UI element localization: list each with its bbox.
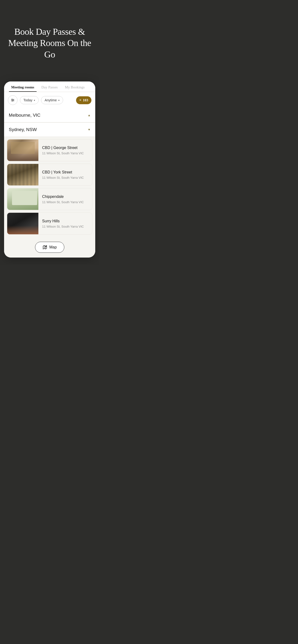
venue-address-york: 11 Wilson St, South Yarra VIC: [42, 176, 89, 180]
venue-image-george: [7, 140, 38, 161]
sliders-icon: [11, 98, 15, 102]
map-button[interactable]: Map: [35, 242, 64, 253]
venue-info-york: CBD | York Street 11 Wilson St, South Ya…: [38, 164, 92, 186]
venue-list: CBD | George Street 11 Wilson St, South …: [4, 137, 95, 237]
venue-name-york: CBD | York Street: [42, 170, 89, 174]
credit-stack-icon: ≡: [79, 98, 81, 102]
filter-row: Today ▾ Anytime ▾ ≡ 103: [4, 92, 95, 108]
credit-badge[interactable]: ≡ 103: [76, 96, 91, 104]
tab-meeting-rooms[interactable]: Meeting rooms: [9, 82, 37, 92]
venue-card-chippendale[interactable]: Chippendale 11 Wilson St, South Yarra VI…: [7, 188, 93, 210]
map-label: Map: [49, 245, 57, 250]
venue-card-surry[interactable]: Surry Hills 11 Wilson St, South Yarra VI…: [7, 212, 93, 234]
map-button-row: Map: [4, 237, 95, 258]
venue-address-surry: 11 Wilson St, South Yarra VIC: [42, 225, 89, 228]
hero-title: Book Day Passes & Meeting Rooms On the G…: [7, 26, 92, 60]
venue-name-chippendale: Chippendale: [42, 194, 89, 199]
venue-info-chippendale: Chippendale 11 Wilson St, South Yarra VI…: [38, 188, 92, 210]
venue-image-chippendale: [7, 188, 38, 210]
venue-info-surry: Surry Hills 11 Wilson St, South Yarra VI…: [38, 213, 92, 234]
date-arrow: ▾: [34, 99, 35, 102]
venue-image-york: [7, 164, 38, 186]
venue-name-george: CBD | George Street: [42, 146, 89, 150]
melbourne-name: Melbourne, VIC: [9, 112, 41, 118]
time-dropdown[interactable]: Anytime ▾: [41, 96, 63, 104]
sydney-section: Sydney, NSW ▼: [4, 122, 95, 137]
venue-image-surry: [7, 213, 38, 234]
map-icon: [43, 245, 47, 250]
filter-button[interactable]: [8, 95, 18, 105]
date-dropdown[interactable]: Today ▾: [20, 96, 39, 104]
melbourne-section: Melbourne, VIC ▲: [4, 108, 95, 122]
melbourne-header[interactable]: Melbourne, VIC ▲: [4, 108, 95, 122]
time-arrow: ▾: [58, 99, 60, 102]
venue-address-george: 11 Wilson St, South Yarra VIC: [42, 152, 89, 155]
tab-day-passes[interactable]: Day Passes: [39, 82, 60, 92]
melbourne-chevron: ▲: [88, 114, 91, 117]
svg-point-5: [12, 100, 13, 102]
venue-card-york[interactable]: CBD | York Street 11 Wilson St, South Ya…: [7, 164, 93, 186]
venue-info-george: CBD | George Street 11 Wilson St, South …: [38, 140, 92, 161]
date-label: Today: [24, 98, 32, 102]
svg-point-4: [13, 100, 14, 100]
venue-card-george[interactable]: CBD | George Street 11 Wilson St, South …: [7, 139, 93, 161]
time-label: Anytime: [45, 98, 57, 102]
svg-point-3: [12, 99, 13, 100]
sydney-header[interactable]: Sydney, NSW ▼: [4, 123, 95, 137]
sydney-chevron: ▼: [88, 128, 91, 132]
hero-section: Book Day Passes & Meeting Rooms On the G…: [0, 0, 99, 82]
tab-my-bookings[interactable]: My Bookings: [62, 82, 87, 92]
venue-name-surry: Surry Hills: [42, 219, 89, 223]
credit-count: 103: [83, 98, 88, 102]
venue-address-chippendale: 11 Wilson St, South Yarra VIC: [42, 200, 89, 204]
app-card: Meeting rooms Day Passes My Bookings Tod…: [4, 82, 95, 258]
sydney-name: Sydney, NSW: [9, 127, 37, 132]
tab-bar: Meeting rooms Day Passes My Bookings: [4, 82, 95, 92]
